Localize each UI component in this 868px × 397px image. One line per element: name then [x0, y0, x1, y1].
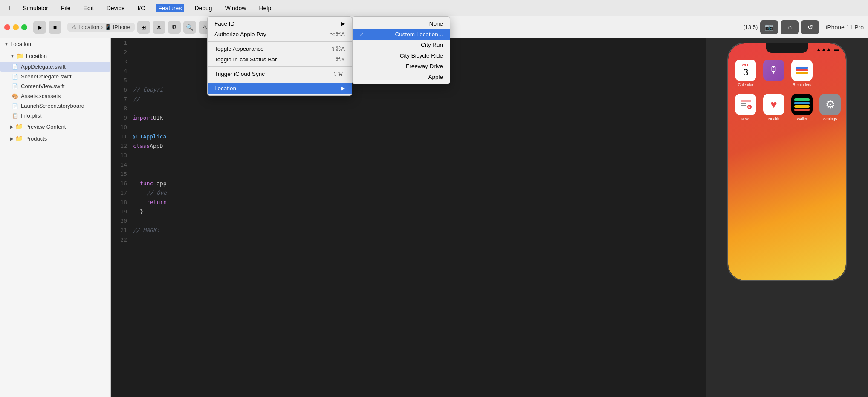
- location-freeway-drive[interactable]: Freeway Drive: [353, 61, 450, 72]
- device-menu[interactable]: Device: [104, 4, 127, 12]
- menu-item-toggle-appearance[interactable]: Toggle Appearance ⇧⌘A: [208, 43, 352, 54]
- code-line-7: 7//: [111, 95, 706, 104]
- home-screen-icons: WED 3 Calendar 🎙: [728, 55, 846, 125]
- breadcrumb-separator: ›: [101, 24, 103, 30]
- code-line-10: 10: [111, 123, 706, 132]
- podcasts-icon: 🎙: [763, 60, 784, 81]
- menu-bar:  Simulator File Edit Device I/O Feature…: [0, 0, 868, 16]
- code-line-8: 8: [111, 104, 706, 113]
- location-city-bicycle[interactable]: City Bicycle Ride: [353, 50, 450, 61]
- menu-item-icloud-sync[interactable]: Trigger iCloud Sync ⇧⌘I: [208, 69, 352, 79]
- menu-item-face-id[interactable]: Face ID ▶: [208, 18, 352, 29]
- wallet-icon: [791, 94, 813, 115]
- sidebar-item-appdelegate[interactable]: 📄 AppDelegate.swift: [0, 62, 110, 72]
- location-apple[interactable]: Apple: [353, 72, 450, 82]
- code-line-15: 15: [111, 170, 706, 179]
- code-line-22: 22: [111, 235, 706, 245]
- sidebar-root-label: Location: [10, 41, 31, 47]
- settings-label: Settings: [823, 117, 837, 121]
- io-menu[interactable]: I/O: [135, 4, 148, 12]
- news-app[interactable]: N News: [735, 94, 756, 121]
- sidebar-item-infoplist[interactable]: 📋 Info.plist: [0, 111, 110, 121]
- code-line-9: 9import UIK: [111, 113, 706, 123]
- location-label: Location: [214, 85, 236, 92]
- code-editor[interactable]: 1 2 3 4 5 6// Copyri 7// 8 9import UIK 1…: [111, 38, 706, 397]
- code-line-21: 21// MARK:: [111, 226, 706, 235]
- custom-check: ✓: [359, 31, 366, 37]
- screenshot-button[interactable]: 📷: [760, 20, 778, 34]
- simulator-menu[interactable]: Simulator: [20, 4, 51, 12]
- iphone-notch: [766, 43, 808, 53]
- edit-menu[interactable]: Edit: [81, 4, 96, 12]
- menu-item-toggle-status-bar[interactable]: Toggle In-call Status Bar ⌘Y: [208, 54, 352, 65]
- sidebar-item-scenedelegate[interactable]: 📄 SceneDelegate.swift: [0, 72, 110, 81]
- sidebar-root[interactable]: ▼ Location: [0, 38, 110, 50]
- breadcrumb-project[interactable]: Location: [78, 24, 99, 30]
- toolbar-icon-layers[interactable]: ⧉: [168, 21, 181, 34]
- sidebar-scenedelegate-label: SceneDelegate.swift: [21, 73, 72, 80]
- sidebar-preview-content[interactable]: ▶ 📁 Preview Content: [0, 121, 110, 132]
- wallet-app[interactable]: Wallet: [791, 94, 813, 121]
- location-custom[interactable]: ✓ Custom Location...: [353, 29, 450, 40]
- face-id-label: Face ID: [214, 20, 234, 27]
- toolbar-icon-grid[interactable]: ⊞: [137, 21, 150, 34]
- home-button[interactable]: ⌂: [781, 20, 799, 34]
- close-button[interactable]: [4, 24, 10, 30]
- toolbar-icon-search[interactable]: 🔍: [183, 21, 196, 34]
- location-city-run[interactable]: City Run: [353, 40, 450, 50]
- none-label: None: [429, 20, 443, 27]
- apple-menu[interactable]: : [5, 3, 13, 13]
- svg-rect-3: [794, 98, 810, 101]
- window-menu[interactable]: Window: [223, 4, 249, 12]
- sidebar-item-contentview[interactable]: 📄 ContentView.swift: [0, 81, 110, 91]
- breadcrumb[interactable]: ⚠ Location › 📱 iPhone: [67, 23, 135, 32]
- location-arrow: ▶: [341, 86, 345, 91]
- breadcrumb-device[interactable]: iPhone: [113, 24, 130, 30]
- run-button[interactable]: ▶: [33, 21, 46, 34]
- sidebar-location-label: Location: [26, 53, 47, 59]
- sidebar-location-folder[interactable]: ▼ 📁 Location: [0, 50, 110, 62]
- chevron-right-icon-2: ▶: [10, 136, 14, 141]
- toolbar-icon-cross[interactable]: ✕: [153, 21, 165, 34]
- iphone-screen: ▲▲▲ ▬ WED 3 Calendar 🎙: [728, 43, 846, 280]
- help-menu[interactable]: Help: [256, 4, 274, 12]
- main-layout: ▼ Location ▼ 📁 Location 📄 AppDelegate.sw…: [0, 38, 868, 397]
- sidebar-item-launchscreen[interactable]: 📄 LaunchScreen.storyboard: [0, 101, 110, 111]
- apple-label: Apple: [428, 74, 443, 80]
- sidebar-contentview-label: ContentView.swift: [21, 83, 64, 89]
- location-none[interactable]: None: [353, 18, 450, 29]
- code-line-11: 11@UIApplica: [111, 132, 706, 141]
- debug-menu[interactable]: Debug: [192, 4, 214, 12]
- traffic-lights: [4, 24, 27, 30]
- news-icon: N: [735, 94, 756, 115]
- plist-icon: 📋: [12, 113, 18, 119]
- icloud-sync-label: Trigger iCloud Sync: [214, 71, 265, 77]
- wifi-icon: ▲▲▲: [816, 46, 831, 52]
- minimize-button[interactable]: [13, 24, 19, 30]
- sidebar-products[interactable]: ▶ 📁 Products: [0, 132, 110, 144]
- sidebar-item-assets[interactable]: 🎨 Assets.xcassets: [0, 91, 110, 101]
- device-name-label: iPhone 11 Pro: [826, 24, 864, 31]
- device-info: (13.5): [743, 24, 758, 30]
- location-submenu: None ✓ Custom Location... City Run City …: [352, 16, 450, 84]
- city-bicycle-label: City Bicycle Ride: [400, 52, 443, 59]
- battery-icon: ▬: [834, 46, 839, 52]
- file-menu[interactable]: File: [58, 4, 73, 12]
- apple-pay-label: Authorize Apple Pay: [214, 31, 266, 37]
- maximize-button[interactable]: [21, 24, 27, 30]
- podcasts-app[interactable]: 🎙: [763, 60, 784, 87]
- rotate-button[interactable]: ↺: [801, 20, 819, 34]
- menu-item-location[interactable]: Location ▶: [208, 83, 352, 94]
- code-line-20: 20: [111, 216, 706, 226]
- menu-item-apple-pay[interactable]: Authorize Apple Pay ⌥⌘A: [208, 29, 352, 40]
- settings-app[interactable]: ⚙ Settings: [819, 94, 841, 121]
- calendar-app[interactable]: WED 3 Calendar: [735, 60, 756, 87]
- health-app[interactable]: ♥ Health: [763, 94, 784, 121]
- stop-button[interactable]: ■: [49, 21, 61, 34]
- city-bicycle-check: [359, 52, 366, 59]
- sidebar-products-label: Products: [25, 135, 47, 142]
- reminders-app[interactable]: Reminders: [791, 60, 813, 87]
- health-icon: ♥: [763, 94, 784, 115]
- sidebar-assets-label: Assets.xcassets: [21, 93, 61, 99]
- features-menu-trigger[interactable]: Features: [156, 4, 184, 12]
